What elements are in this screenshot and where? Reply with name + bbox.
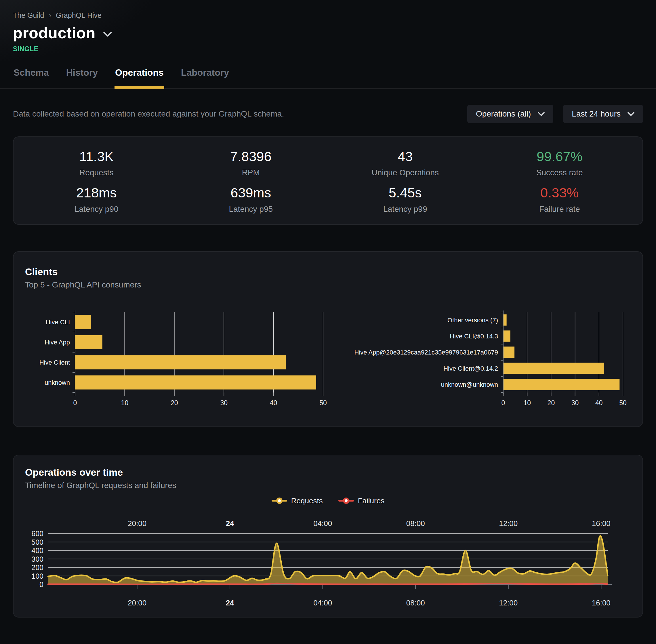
- stat-label: Latency p90: [19, 205, 174, 214]
- svg-text:04:00: 04:00: [313, 599, 332, 607]
- period-filter-dropdown[interactable]: Last 24 hours: [563, 105, 643, 123]
- legend-item-requests[interactable]: Requests: [272, 497, 323, 505]
- svg-text:Other versions (7): Other versions (7): [447, 317, 498, 324]
- svg-text:500: 500: [31, 538, 43, 546]
- failures-series-marker-icon: [338, 498, 354, 504]
- clients-card-title: Clients: [25, 266, 631, 277]
- svg-text:200: 200: [31, 564, 43, 572]
- clients-by-version-bar-chart: Other versions (7)Hive CLI@0.14.3Hive Ap…: [346, 309, 631, 409]
- svg-text:04:00: 04:00: [313, 519, 332, 528]
- requests-series-marker-icon: [272, 498, 287, 504]
- stat-label: Latency p95: [174, 205, 328, 214]
- operations-filter-label: Operations (all): [476, 109, 531, 119]
- page-title: production: [13, 24, 95, 42]
- stat-label: RPM: [174, 168, 328, 177]
- stat-latency-p95: 639ms Latency p95: [174, 185, 328, 213]
- svg-text:0: 0: [73, 399, 77, 407]
- svg-text:08:00: 08:00: [406, 519, 425, 528]
- stats-overview-card: 11.3K Requests 7.8396 RPM 43 Unique Oper…: [13, 136, 643, 225]
- stat-success-rate: 99.67% Success rate: [483, 148, 637, 177]
- stat-value: 99.67%: [483, 148, 637, 165]
- tab-history[interactable]: History: [66, 65, 98, 89]
- svg-text:0: 0: [40, 580, 43, 589]
- svg-text:10: 10: [121, 399, 128, 407]
- clients-by-name-bar-chart: Hive CLIHive AppHive Clientunknown010203…: [38, 309, 331, 409]
- svg-text:100: 100: [31, 572, 43, 580]
- breadcrumb-org[interactable]: The Guild: [13, 11, 44, 20]
- clients-card-subtitle: Top 5 - GraphQL API consumers: [25, 280, 631, 290]
- stat-value: 5.45s: [328, 185, 483, 201]
- svg-text:50: 50: [619, 399, 627, 407]
- svg-text:40: 40: [595, 399, 603, 407]
- svg-text:Hive Client@0.14.2: Hive Client@0.14.2: [443, 365, 498, 372]
- operations-filter-dropdown[interactable]: Operations (all): [467, 105, 553, 123]
- tab-bar: Schema History Operations Laboratory: [0, 65, 656, 89]
- stat-failure-rate: 0.33% Failure rate: [483, 185, 637, 213]
- svg-text:24: 24: [226, 599, 234, 607]
- svg-text:0: 0: [501, 399, 505, 407]
- stat-value: 218ms: [19, 185, 174, 201]
- svg-text:300: 300: [31, 555, 43, 563]
- svg-text:30: 30: [220, 399, 228, 407]
- breadcrumb-separator-icon: ›: [49, 11, 51, 20]
- stat-value: 11.3K: [19, 148, 174, 165]
- legend-label: Failures: [358, 497, 384, 505]
- svg-text:50: 50: [319, 399, 327, 407]
- period-filter-label: Last 24 hours: [572, 109, 620, 119]
- operations-description: Data collected based on operation execut…: [13, 109, 284, 119]
- clients-card: Clients Top 5 - GraphQL API consumers Hi…: [13, 251, 643, 427]
- operations-card-subtitle: Timeline of GraphQL requests and failure…: [25, 481, 631, 490]
- stat-requests: 11.3K Requests: [19, 148, 174, 177]
- stat-label: Latency p99: [328, 205, 483, 214]
- svg-text:400: 400: [31, 547, 43, 554]
- chevron-down-icon: [628, 112, 634, 116]
- stat-label: Success rate: [483, 168, 637, 177]
- requests-failures-timeline-chart: 010020030040050060020:0020:00242404:0004…: [25, 512, 631, 608]
- stat-latency-p90: 218ms Latency p90: [19, 185, 174, 213]
- operations-card-title: Operations over time: [25, 467, 631, 478]
- svg-text:Hive App: Hive App: [45, 339, 70, 346]
- stat-unique-operations: 43 Unique Operations: [328, 148, 483, 177]
- svg-text:unknown: unknown: [45, 379, 70, 386]
- stat-label: Failure rate: [483, 205, 637, 214]
- stat-value: 639ms: [174, 185, 328, 201]
- svg-text:24: 24: [226, 519, 234, 528]
- stat-value: 43: [328, 148, 483, 165]
- tab-schema[interactable]: Schema: [13, 65, 49, 89]
- svg-text:30: 30: [571, 399, 579, 407]
- svg-text:10: 10: [523, 399, 531, 407]
- svg-text:40: 40: [270, 399, 277, 407]
- stat-value: 0.33%: [483, 185, 637, 201]
- stat-label: Unique Operations: [328, 168, 483, 177]
- svg-text:16:00: 16:00: [592, 599, 611, 607]
- svg-text:20:00: 20:00: [128, 519, 146, 528]
- svg-text:unknown@unknown: unknown@unknown: [441, 381, 498, 388]
- timeline-legend: Requests Failures: [25, 497, 631, 505]
- svg-text:Hive App@20e3129caa921c35e9979: Hive App@20e3129caa921c35e9979631e17a067…: [354, 349, 498, 356]
- breadcrumb: The Guild › GraphQL Hive: [13, 11, 643, 20]
- svg-text:20:00: 20:00: [128, 599, 146, 607]
- stat-latency-p99: 5.45s Latency p99: [328, 185, 483, 213]
- svg-text:20: 20: [171, 399, 178, 407]
- stat-label: Requests: [19, 168, 174, 177]
- svg-text:12:00: 12:00: [499, 519, 518, 528]
- svg-text:600: 600: [31, 529, 43, 537]
- legend-item-failures[interactable]: Failures: [338, 497, 384, 505]
- breadcrumb-project[interactable]: GraphQL Hive: [56, 11, 101, 20]
- svg-text:16:00: 16:00: [592, 519, 611, 528]
- svg-text:Hive CLI@0.14.3: Hive CLI@0.14.3: [450, 332, 498, 340]
- tab-laboratory[interactable]: Laboratory: [181, 65, 230, 89]
- stat-value: 7.8396: [174, 148, 328, 165]
- target-selector-chevron-icon[interactable]: [103, 28, 112, 37]
- stat-rpm: 7.8396 RPM: [174, 148, 328, 177]
- svg-text:12:00: 12:00: [499, 599, 518, 607]
- svg-text:Hive CLI: Hive CLI: [46, 319, 70, 326]
- operations-over-time-card: Operations over time Timeline of GraphQL…: [13, 455, 643, 618]
- chevron-down-icon: [538, 112, 545, 116]
- svg-text:08:00: 08:00: [406, 599, 425, 607]
- target-mode-badge: SINGLE: [13, 45, 643, 53]
- page-header: The Guild › GraphQL Hive production SING…: [0, 0, 656, 89]
- svg-text:20: 20: [547, 399, 555, 407]
- tab-operations[interactable]: Operations: [115, 65, 164, 89]
- legend-label: Requests: [291, 497, 323, 505]
